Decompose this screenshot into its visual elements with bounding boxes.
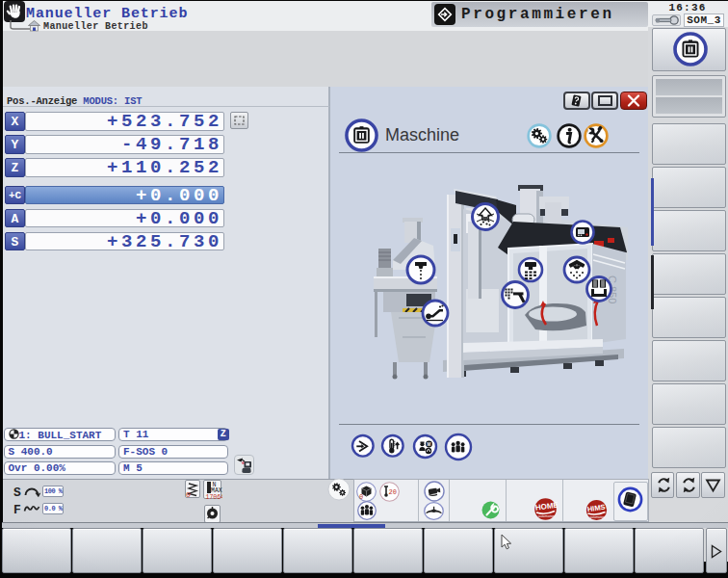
svg-text:17064: 17064 xyxy=(206,494,223,501)
svg-text:M: M xyxy=(428,442,431,447)
svg-text:automation: automation xyxy=(590,515,606,519)
svg-text:0: 0 xyxy=(359,493,363,501)
svg-text:automation: automation xyxy=(538,514,555,518)
svg-text:20: 20 xyxy=(389,488,397,496)
svg-text:MAX: MAX xyxy=(211,487,222,494)
svg-text:0: 0 xyxy=(186,490,191,499)
